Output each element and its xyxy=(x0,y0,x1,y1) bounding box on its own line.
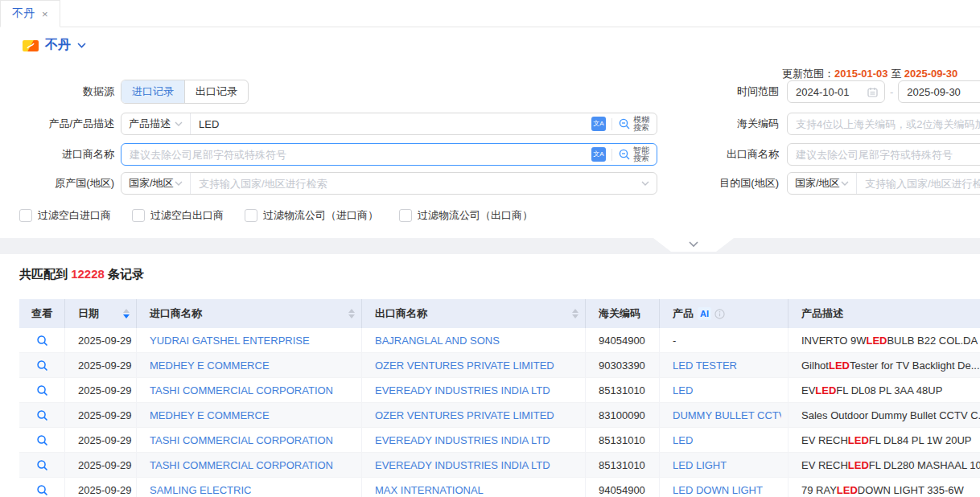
filter-checkbox[interactable]: 过滤空白出口商 xyxy=(132,208,224,223)
view-icon[interactable] xyxy=(19,403,65,427)
origin-country-select[interactable]: 国家/地区 xyxy=(121,173,191,194)
filter-checkbox[interactable]: 过滤物流公司（进口商） xyxy=(245,208,378,223)
importer-cell-link[interactable]: SAMLING ELECTRIC xyxy=(150,484,251,496)
product-type-select[interactable]: 产品描述 xyxy=(121,113,191,134)
importer-cell: MEDHEY E COMMERCE xyxy=(137,353,362,377)
importer-cell-link[interactable]: MEDHEY E COMMERCE xyxy=(150,359,270,372)
importer-cell-link[interactable]: YUDRAI GATSHEL ENTERPRISE xyxy=(150,335,310,347)
product-cell: LED DOWN LIGHT xyxy=(660,478,789,497)
date-cell: 2025-09-29 xyxy=(65,328,137,352)
tab-export-records[interactable]: 出口记录 xyxy=(184,80,248,103)
exporter-cell-link[interactable]: EVEREADY INDUSTRIES INDIA LTD xyxy=(375,434,550,446)
trade-data-page: 不丹 × 不丹 更新范围：2015-01-03 至 2025-09-30 数据源… xyxy=(0,0,980,497)
view-icon[interactable] xyxy=(19,328,65,352)
product-desc-cell: Gilhot LED Tester for TV Backlight De... xyxy=(789,353,980,377)
translate-icon[interactable]: 文A xyxy=(591,147,606,162)
table-row: 2025-09-29MEDHEY E COMMERCEOZER VENTURES… xyxy=(19,403,980,428)
importer-input[interactable] xyxy=(121,149,591,161)
exporter-input[interactable] xyxy=(788,149,980,161)
info-icon[interactable] xyxy=(714,309,725,319)
translate-icon[interactable]: 文A xyxy=(591,117,606,131)
destination-label: 目的国(地区) xyxy=(681,172,779,195)
exporter-cell: EVEREADY INDUSTRIES INDIA LTD xyxy=(362,453,586,477)
view-icon[interactable] xyxy=(19,453,65,477)
ai-badge: AI xyxy=(698,307,711,320)
filter-checkbox[interactable]: 过滤物流公司（出口商） xyxy=(399,208,533,223)
close-icon[interactable]: × xyxy=(42,9,48,19)
importer-cell-link[interactable]: TASHI COMMERCIAL CORPORATION xyxy=(150,434,333,446)
importer-cell-link[interactable]: MEDHEY E COMMERCE xyxy=(150,409,270,421)
origin-select-value: 国家/地区 xyxy=(129,176,174,191)
product-cell-link[interactable]: LED xyxy=(673,434,693,446)
product-input[interactable] xyxy=(191,118,591,130)
exporter-cell-link[interactable]: OZER VENTURES PRIVATE LIMITED xyxy=(375,359,554,372)
col-importer-sortable[interactable]: 进口商名称 xyxy=(137,299,362,328)
col-exporter-sortable[interactable]: 出口商名称 xyxy=(362,299,586,328)
origin-country-input[interactable] xyxy=(191,178,641,190)
exporter-cell-link[interactable]: EVEREADY INDUSTRIES INDIA LTD xyxy=(375,459,550,471)
product-cell: - xyxy=(660,328,789,352)
sort-icon[interactable] xyxy=(567,309,579,318)
importer-label: 进口商名称 xyxy=(16,143,114,166)
view-icon[interactable] xyxy=(19,428,65,452)
product-cell: LED xyxy=(660,428,789,452)
product-cell-link[interactable]: LED xyxy=(673,384,693,396)
results-table: 查看 日期 进口商名称 出口商名称 海关编码 产品 AI 产品描述 xyxy=(19,299,980,497)
view-icon[interactable] xyxy=(19,378,65,402)
country-title-dropdown[interactable]: 不丹 xyxy=(23,37,86,54)
checkbox-box[interactable] xyxy=(399,209,412,222)
destination-select[interactable]: 国家/地区 xyxy=(788,173,857,194)
data-source-switch: 进口记录 出口记录 xyxy=(121,80,249,103)
destination-input[interactable] xyxy=(857,178,980,190)
product-cell: LED LIGHT xyxy=(660,453,789,477)
product-cell-link[interactable]: LED LIGHT xyxy=(673,459,727,471)
col-product: 产品 AI xyxy=(660,299,789,328)
exporter-field xyxy=(787,143,980,166)
date-to-input[interactable] xyxy=(899,86,980,98)
hs-code-label: 海关编码 xyxy=(681,113,779,135)
importer-search-group: 文A 智能 搜索 xyxy=(121,143,657,166)
data-source-label: 数据源 xyxy=(16,80,114,103)
view-icon[interactable] xyxy=(19,478,65,497)
date-from-input[interactable] xyxy=(788,86,867,98)
exporter-cell-link[interactable]: MAX INTERNATIONAL xyxy=(375,484,484,496)
chevron-down-icon[interactable] xyxy=(641,181,649,186)
tab-bhutan[interactable]: 不丹 × xyxy=(0,0,60,27)
calendar-icon[interactable] xyxy=(867,87,878,97)
col-view: 查看 xyxy=(19,299,65,328)
importer-cell: TASHI COMMERCIAL CORPORATION xyxy=(137,378,362,402)
update-range-to: 2025-09-30 xyxy=(904,68,958,80)
tab-import-records[interactable]: 进口记录 xyxy=(121,80,184,103)
col-importer-label: 进口商名称 xyxy=(150,306,202,321)
table-row: 2025-09-29TASHI COMMERCIAL CORPORATIONEV… xyxy=(19,428,980,453)
col-hs-code: 海关编码 xyxy=(586,299,660,328)
product-cell-link[interactable]: DUMMY BULLET CCTV... xyxy=(673,409,781,421)
date-from-field[interactable] xyxy=(787,80,885,103)
col-date-sortable[interactable]: 日期 xyxy=(65,299,137,328)
product-cell-link[interactable]: LED TESTER xyxy=(673,359,737,372)
chevron-down-icon[interactable] xyxy=(77,43,86,48)
filter-checkbox[interactable]: 过滤空白进口商 xyxy=(19,208,111,223)
fuzzy-search-button[interactable]: 模糊 搜索 xyxy=(618,113,657,134)
checkbox-label: 过滤空白进口商 xyxy=(38,208,111,223)
checkbox-box[interactable] xyxy=(245,209,257,222)
checkbox-box[interactable] xyxy=(132,209,145,222)
hs-code-input[interactable] xyxy=(788,118,980,130)
fuzzy-search-line2: 搜索 xyxy=(633,123,649,132)
sort-icon[interactable] xyxy=(118,309,130,318)
checkbox-box[interactable] xyxy=(19,209,32,222)
date-to-field[interactable] xyxy=(898,80,980,103)
exporter-cell-link[interactable]: BAJRANGLAL AND SONS xyxy=(375,335,500,347)
importer-cell-link[interactable]: TASHI COMMERCIAL CORPORATION xyxy=(150,459,333,471)
results-count: 12228 xyxy=(71,267,105,281)
smart-search-button[interactable]: 智能 搜索 xyxy=(618,144,657,165)
checkbox-label: 过滤物流公司（出口商） xyxy=(418,208,533,223)
bhutan-flag-icon xyxy=(23,40,39,51)
view-icon[interactable] xyxy=(19,353,65,377)
importer-cell-link[interactable]: TASHI COMMERCIAL CORPORATION xyxy=(150,384,333,396)
results-summary: 共匹配到 12228 条记录 xyxy=(19,267,144,282)
exporter-cell-link[interactable]: OZER VENTURES PRIVATE LIMITED xyxy=(375,409,554,421)
exporter-cell-link[interactable]: EVEREADY INDUSTRIES INDIA LTD xyxy=(375,384,550,396)
product-cell-link[interactable]: LED DOWN LIGHT xyxy=(673,484,763,496)
sort-icon[interactable] xyxy=(344,309,355,318)
